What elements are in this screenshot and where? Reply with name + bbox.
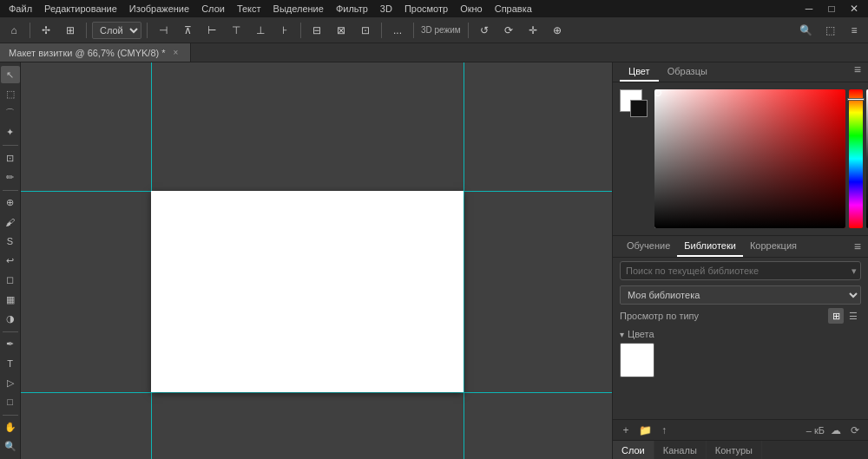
list-view-btn[interactable]: ☰	[845, 308, 861, 324]
align-center-btn[interactable]: ⊼	[177, 21, 198, 40]
align-top-btn[interactable]: ⊤	[226, 21, 247, 40]
rotate3d-btn[interactable]: ↺	[474, 21, 495, 40]
grid-view-btn[interactable]: ⊞	[828, 308, 844, 324]
color-gradient[interactable]	[654, 89, 845, 228]
library-view-row: Просмотр по типу ⊞ ☰	[613, 306, 868, 325]
home-btn[interactable]: ⌂	[3, 21, 24, 40]
marquee-tool[interactable]: ⬚	[1, 85, 20, 102]
lib-tab-correction[interactable]: Коррекция	[743, 236, 804, 257]
color-tab-color[interactable]: Цвет	[620, 62, 659, 82]
distribute2-btn[interactable]: ⊠	[331, 21, 352, 40]
upload-btn[interactable]: ↑	[656, 423, 672, 438]
menu-layers[interactable]: Слои	[196, 2, 230, 16]
left-tools-panel: ↖ ⬚ ⌒ ✦ ⊡ ✏ ⊕ 🖌 S ↩ ◻ ▦ ◑ ✒ T ▷ □ ✋ 🔍	[0, 62, 21, 459]
color-panel-menu[interactable]: ≡	[854, 62, 861, 82]
menu-bar: Файл Редактирование Изображение Слои Тек…	[0, 0, 868, 17]
library-selector[interactable]: Моя библиотека	[620, 285, 861, 305]
menu-text[interactable]: Текст	[232, 2, 266, 16]
maximize-btn[interactable]: □	[821, 0, 842, 18]
document-tab[interactable]: Макет визитки @ 66,7% (CMYK/8) * ×	[0, 43, 191, 62]
rbt-left: + 📁 ↑	[618, 423, 672, 438]
tool-sep3	[3, 331, 18, 332]
lib-color-item[interactable]	[620, 343, 654, 377]
menu-3d[interactable]: 3D	[375, 2, 398, 16]
add-item-btn[interactable]: +	[618, 423, 634, 438]
background-swatch[interactable]	[630, 100, 648, 117]
menu-image[interactable]: Изображение	[124, 2, 194, 16]
distribute3-btn[interactable]: ⊡	[355, 21, 376, 40]
new-folder-btn[interactable]: 📁	[637, 423, 653, 438]
layer-dropdown[interactable]: Слой	[92, 22, 141, 39]
tab-bar: Макет визитки @ 66,7% (CMYK/8) * ×	[0, 43, 868, 62]
lasso-tool[interactable]: ⌒	[1, 105, 20, 122]
pan3d-btn[interactable]: ✛	[523, 21, 543, 40]
color-tab-swatches[interactable]: Образцы	[659, 62, 716, 82]
tool-sep4	[3, 415, 18, 416]
cloud-btn[interactable]: ☁	[828, 423, 844, 438]
document-canvas[interactable]	[151, 191, 464, 392]
channels-tab[interactable]: Каналы	[654, 441, 707, 459]
library-search: ▾	[620, 261, 861, 280]
spot-heal-tool[interactable]: ⊕	[1, 194, 20, 212]
align-bot-btn[interactable]: ⊦	[274, 21, 295, 40]
history-tool[interactable]: ↩	[1, 252, 20, 269]
libraries-panel: Обучение Библиотеки Коррекция ≡ ▾ Моя би…	[613, 236, 868, 459]
extras-btn[interactable]: ...	[387, 21, 408, 40]
libraries-tabs-left: Обучение Библиотеки Коррекция	[620, 236, 804, 257]
lib-tab-learning[interactable]: Обучение	[620, 236, 677, 257]
paths-tab[interactable]: Контуры	[707, 441, 762, 459]
options-toolbar: ⌂ ✢ ⊞ Слой ⊣ ⊼ ⊢ ⊤ ⊥ ⊦ ⊟ ⊠ ⊡ ... 3D режи…	[0, 17, 868, 43]
burn-tool[interactable]: ◑	[1, 310, 20, 327]
zoom-tool[interactable]: 🔍	[1, 438, 20, 456]
fg-bg-swatch[interactable]	[620, 89, 648, 117]
hue-strip[interactable]	[849, 89, 863, 228]
canvas-area[interactable]	[21, 62, 612, 459]
workspace-btn[interactable]: ≡	[844, 21, 865, 40]
crop-tool[interactable]: ⊡	[1, 149, 20, 167]
align-left-btn[interactable]: ⊣	[153, 21, 174, 40]
gradient-tool[interactable]: ▦	[1, 291, 20, 308]
layers-tab[interactable]: Слои	[613, 441, 654, 459]
clone-tool[interactable]: S	[1, 233, 20, 250]
shape-tool[interactable]: □	[1, 393, 20, 410]
main-layout: ↖ ⬚ ⌒ ✦ ⊡ ✏ ⊕ 🖌 S ↩ ◻ ▦ ◑ ✒ T ▷ □ ✋ 🔍	[0, 62, 868, 459]
color-picker-area[interactable]	[654, 89, 868, 228]
menu-window[interactable]: Окно	[455, 2, 488, 16]
sync-btn[interactable]: ⟳	[847, 423, 863, 438]
zoom3d-btn[interactable]: ⊕	[547, 21, 568, 40]
search-main-btn[interactable]: 🔍	[795, 21, 816, 40]
move-tool-btn[interactable]: ✢	[36, 21, 56, 40]
orbit3d-btn[interactable]: ⟳	[498, 21, 519, 40]
magic-wand-tool[interactable]: ✦	[1, 124, 20, 141]
minimize-btn[interactable]: ─	[799, 0, 819, 18]
menu-edit[interactable]: Редактирование	[39, 2, 122, 16]
align-right-btn[interactable]: ⊢	[201, 21, 222, 40]
distribute-btn[interactable]: ⊟	[306, 21, 327, 40]
artboard-btn[interactable]: ⊞	[60, 21, 81, 40]
libraries-tabs: Обучение Библиотеки Коррекция ≡	[613, 236, 868, 258]
eyedropper-tool[interactable]: ✏	[1, 168, 20, 186]
colors-section-title: Цвета	[620, 329, 861, 339]
tab-title: Макет визитки @ 66,7% (CMYK/8) *	[9, 48, 166, 58]
pen-tool[interactable]: ✒	[1, 335, 20, 352]
brush-tool[interactable]: 🖌	[1, 213, 20, 231]
sep1	[30, 23, 30, 38]
tab-close-btn[interactable]: ×	[171, 48, 181, 58]
move-tool[interactable]: ↖	[1, 66, 20, 83]
eraser-tool[interactable]: ◻	[1, 272, 20, 289]
libraries-panel-menu[interactable]: ≡	[854, 239, 861, 253]
align-mid-btn[interactable]: ⊥	[250, 21, 271, 40]
sep4	[300, 23, 301, 38]
library-search-input[interactable]	[620, 261, 861, 280]
menu-help[interactable]: Справка	[490, 2, 537, 16]
close-btn[interactable]: ✕	[844, 0, 865, 18]
menu-view[interactable]: Просмотр	[399, 2, 453, 16]
menu-select[interactable]: Выделение	[268, 2, 329, 16]
menu-file[interactable]: Файл	[3, 2, 37, 16]
panel-toggle-btn[interactable]: ⬚	[819, 21, 840, 40]
lib-tab-libraries[interactable]: Библиотеки	[677, 236, 743, 257]
menu-filter[interactable]: Фильтр	[331, 2, 373, 16]
hand-tool[interactable]: ✋	[1, 418, 20, 436]
text-tool[interactable]: T	[1, 355, 20, 372]
path-select-tool[interactable]: ▷	[1, 374, 20, 391]
